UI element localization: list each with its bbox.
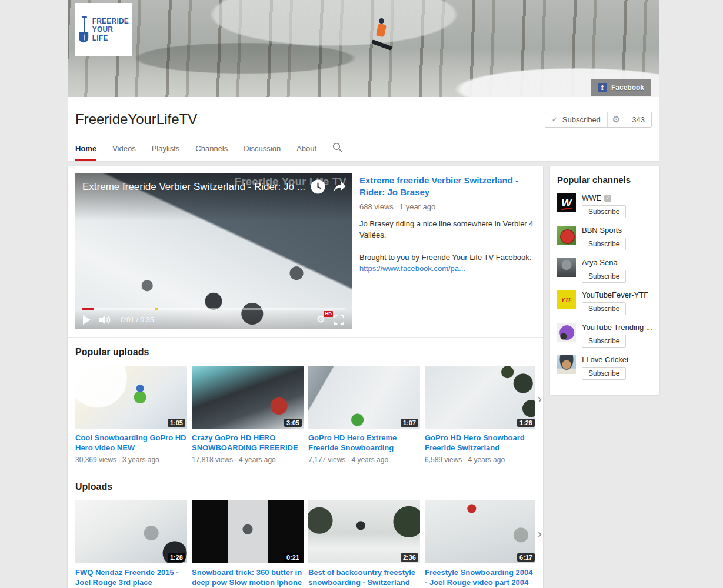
sidebar-heading: Popular channels (557, 175, 652, 185)
play-button[interactable] (83, 315, 91, 325)
tab-home[interactable]: Home (75, 144, 96, 161)
player-controls: 0:01 / 0:35 ⚙ HD (75, 310, 352, 329)
channel-item-arya-sena: Arya Sena Subscribe (557, 258, 652, 283)
clock-icon (311, 179, 325, 194)
tab-channels[interactable]: Channels (195, 144, 228, 161)
channel-banner: FREERIDE YOUR LIFE f Facebook (68, 0, 659, 97)
video-card: 1:26 GoPro HD Hero Snowboard Freeride Sw… (425, 366, 535, 464)
channel-avatar[interactable] (557, 258, 576, 277)
player-title[interactable]: Extreme freeride Verbier Switzerland - R… (82, 181, 306, 193)
channel-search-button[interactable] (332, 142, 342, 161)
logo-text: FREERIDE YOUR LIFE (92, 17, 129, 42)
channel-name[interactable]: Arya Sena (582, 258, 618, 267)
carousel-next-button[interactable]: › (538, 392, 542, 405)
fullscreen-button[interactable] (334, 315, 344, 325)
quality-settings-button[interactable]: ⚙ HD (316, 315, 325, 325)
video-card: 6:17 Freestyle Snowboarding 2004 - Joel … (425, 500, 535, 588)
video-title[interactable]: Crazy GoPro HD HERO SNOWBOARDING FREERID… (192, 433, 304, 453)
duration-badge: 2:36 (401, 553, 418, 562)
channel-name[interactable]: WWE (582, 193, 601, 202)
channel-name[interactable]: I Love Cricket (582, 355, 628, 364)
video-title[interactable]: GoPro HD Hero Snowboard Freeride Switzer… (425, 433, 535, 453)
subscribe-button[interactable]: Subscribe (582, 270, 626, 283)
duration-badge: 1:28 (168, 553, 185, 562)
video-thumbnail[interactable]: 0:21 (192, 500, 304, 563)
video-row: 1:05 Cool Snowboarding GoPro HD Hero vid… (75, 366, 535, 464)
video-thumbnail[interactable]: 1:26 (425, 366, 535, 429)
channel-avatar[interactable]: YTF (557, 290, 576, 309)
tab-playlists[interactable]: Playlists (152, 144, 180, 161)
banner-rider-helmet (379, 18, 384, 24)
banner-rider (376, 24, 387, 37)
volume-button[interactable] (99, 315, 112, 325)
duration-badge: 1:26 (517, 419, 535, 427)
subscription-settings-button[interactable]: ⚙ (607, 112, 625, 127)
share-button[interactable] (333, 182, 346, 192)
video-title[interactable]: Best of backcountry freestyle snowboardi… (308, 568, 420, 588)
channel-tabs: Home Videos Playlists Channels Discussio… (75, 142, 652, 161)
featured-views: 688 views (359, 202, 394, 211)
subscribe-control: ✓ Subscribed ⚙ 343 (545, 112, 652, 128)
tab-discussion[interactable]: Discussion (244, 144, 281, 161)
carousel-next-button[interactable]: › (538, 527, 542, 539)
player-actions (311, 179, 346, 194)
featured-description-2: Brought to you by Freeride Your Life TV … (359, 252, 535, 263)
uploads-section: Uploads 1:28 FWQ Nendaz Freeride 2015 - … (68, 472, 543, 588)
video-thumbnail[interactable]: 3:05 (192, 366, 304, 429)
featured-description: Jo Brasey riding a nice line somewhere i… (359, 219, 535, 241)
facebook-link-button[interactable]: f Facebook (591, 79, 651, 96)
channel-name[interactable]: BBN Sports (582, 226, 622, 235)
channel-avatar[interactable] (557, 355, 576, 374)
video-thumbnail[interactable]: 1:07 (308, 366, 420, 429)
hd-badge: HD (324, 311, 333, 317)
channel-logo: FREERIDE YOUR LIFE (75, 3, 132, 56)
popular-uploads-section: Popular uploads 1:05 Cool Snowboarding G… (68, 337, 543, 472)
video-title[interactable]: Cool Snowboarding GoPro HD Hero video NE… (75, 433, 187, 453)
duration-badge: 3:05 (284, 419, 302, 427)
video-title[interactable]: FWQ Nendaz Freeride 2015 - Joel Rouge 3r… (75, 568, 187, 588)
channel-name[interactable]: YouTube Trending ... (582, 323, 652, 332)
channel-item-youtubefever: YTF YouTubeFever-YTF Subscribe (557, 290, 652, 315)
subscribe-button[interactable]: Subscribe (582, 302, 626, 315)
section-heading: Uploads (75, 482, 535, 492)
channel-item-wwe: W WWE ✓ Subscribe (557, 193, 652, 218)
video-meta: 7,177 views·4 years ago (308, 456, 420, 464)
logo-line-3: LIFE (92, 34, 129, 42)
featured-facebook-link[interactable]: https://www.facebook.com/pa... (359, 263, 535, 275)
tab-about[interactable]: About (296, 144, 316, 161)
video-card: 1:07 GoPro HD Hero Extreme Freeride Snow… (308, 366, 420, 464)
video-row: 1:28 FWQ Nendaz Freeride 2015 - Joel Rou… (75, 500, 535, 588)
subscribe-button[interactable]: Subscribe (582, 238, 626, 250)
channel-avatar[interactable] (557, 226, 576, 245)
subscribed-button[interactable]: ✓ Subscribed (545, 112, 607, 127)
duration-badge: 6:17 (517, 553, 535, 562)
video-thumbnail[interactable]: 1:28 (75, 500, 187, 563)
logo-line-1: FREERIDE (92, 17, 129, 25)
channel-avatar[interactable]: W (557, 193, 576, 212)
video-player[interactable]: Freeride Your Life TV Extreme freeride V… (75, 173, 352, 329)
video-title[interactable]: GoPro HD Hero Extreme Freeride Snowboard… (308, 433, 420, 453)
section-heading: Popular uploads (75, 347, 535, 358)
main-content-card: Freeride Your Life TV Extreme freeride V… (68, 166, 543, 588)
featured-video-info: Extreme freeride Verbier Switzerland - R… (359, 173, 535, 329)
video-thumbnail[interactable]: 6:17 (425, 500, 535, 563)
subscribe-button[interactable]: Subscribe (582, 205, 626, 218)
channel-item-youtube-trending: YouTube Trending ... Subscribe (557, 323, 652, 348)
video-thumbnail[interactable]: 1:05 (75, 366, 187, 429)
channel-title: FreerideYourLifeTV (75, 111, 197, 128)
video-title[interactable]: Snowboard trick: 360 butter in deep pow … (192, 568, 304, 588)
subscribe-button[interactable]: Subscribe (582, 367, 626, 380)
time-display: 0:01 / 0:35 (121, 316, 154, 324)
channel-name[interactable]: YouTubeFever-YTF (582, 290, 648, 299)
watch-later-button[interactable] (311, 179, 325, 194)
fullscreen-icon (334, 315, 344, 325)
subscribe-button[interactable]: Subscribe (582, 335, 626, 348)
subscribed-label: Subscribed (562, 115, 601, 124)
video-thumbnail[interactable]: 2:36 (308, 500, 420, 563)
tab-videos[interactable]: Videos (112, 144, 136, 161)
banner-snowboard (371, 39, 392, 51)
channel-avatar[interactable] (557, 323, 576, 342)
featured-video-title[interactable]: Extreme freeride Verbier Switzerland - R… (359, 175, 535, 198)
video-card: 0:21 Snowboard trick: 360 butter in deep… (192, 500, 304, 588)
video-title[interactable]: Freestyle Snowboarding 2004 - Joel Rouge… (425, 568, 535, 588)
